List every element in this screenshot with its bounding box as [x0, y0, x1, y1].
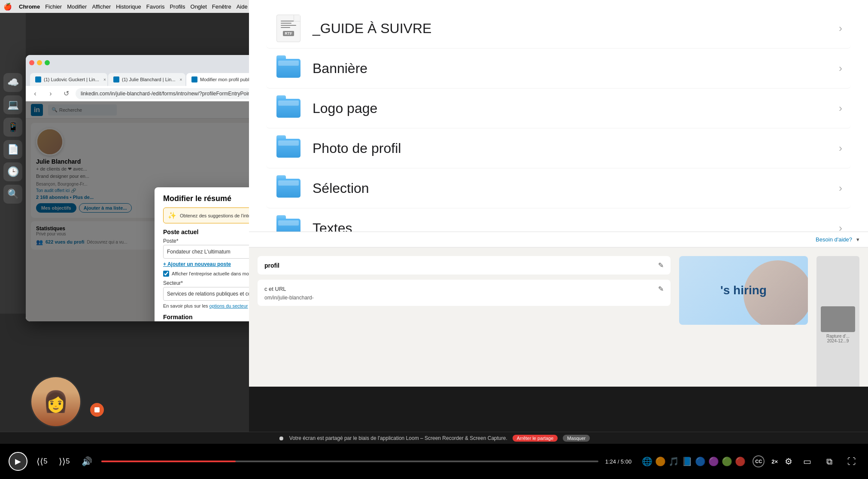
reload-button[interactable]: ↺ [60, 88, 72, 100]
cc-button[interactable]: CC [753, 455, 765, 467]
presenter-face: 👩 [31, 377, 80, 426]
macos-sidebar: ☁️ 💻 📱 📄 🕒 🔍 [0, 13, 26, 314]
presenter-video-thumb: 👩 [30, 376, 82, 427]
finder-row-banniere[interactable]: Bannière › [266, 49, 851, 88]
browser-titlebar [26, 55, 249, 70]
modal-body: Poste actuel Poste* + Ajouter un nouveau… [155, 229, 249, 321]
menu-profils[interactable]: Profils [170, 3, 185, 10]
menu-aide[interactable]: Aide [237, 3, 248, 10]
menu-fichier[interactable]: Fichier [45, 3, 62, 10]
menu-favoris[interactable]: Favoris [146, 3, 165, 10]
maximize-button[interactable] [45, 60, 50, 65]
finder-row-photo[interactable]: Photo de profil › [266, 128, 851, 168]
url-section-card: c et URL ✎ om/in/julie-blanchard- [258, 280, 671, 306]
dock-icon-7[interactable]: 🟢 [722, 456, 732, 467]
tab-close-2[interactable]: × [178, 76, 184, 82]
menu-historique[interactable]: Historique [116, 3, 141, 10]
dock-icon-1[interactable]: 🌐 [642, 456, 653, 467]
poste-checkbox-row: Afficher l'entreprise actuelle dans mon … [163, 271, 249, 277]
secteur-input[interactable] [163, 287, 249, 301]
dock-icon-6[interactable]: 🟣 [708, 456, 719, 467]
finder-row-logo[interactable]: Logo page › [266, 88, 851, 128]
sidebar-item-bureau[interactable]: 💻 [3, 95, 22, 114]
close-button[interactable] [29, 60, 34, 65]
sidebar-item-google[interactable]: 🔍 [3, 185, 22, 204]
progress-fill [101, 461, 236, 462]
pip-button[interactable]: ⧉ [822, 454, 837, 469]
stop-sharing-button[interactable]: Arrêter le partage [513, 435, 558, 442]
tab-favicon-2 [113, 76, 119, 82]
fast-forward-button[interactable]: ⟩⟩5 [57, 454, 72, 469]
show-enterprise-label: Afficher l'entreprise actuelle dans mon … [172, 271, 249, 276]
dock-icon-3[interactable]: 🎵 [668, 456, 679, 467]
finder-item-name-photo: Photo de profil [313, 140, 839, 156]
apple-menu[interactable]: 🍎 [3, 3, 12, 11]
tab-label-3: Modifier mon profil public | [200, 77, 249, 82]
sidebar-item-appli[interactable]: 📱 [3, 118, 22, 137]
finder-item-name-banniere: Bannière [313, 61, 839, 76]
finder-row-selection[interactable]: Sélection › [266, 168, 851, 208]
folder-icon-logo [275, 95, 302, 122]
play-button[interactable]: ▶ [9, 452, 27, 471]
menu-bar: 🍎 Chrome Fichier Modifier Afficher Histo… [0, 0, 249, 13]
fullscreen-button[interactable]: ⛶ [844, 454, 859, 469]
folder-icon-selection [275, 174, 302, 202]
controls-row: ▶ ⟨⟨5 ⟩⟩5 🔊 1:24 / 5:00 🌐 🟠 🎵 📘 🔵 🟣 🟢 🔴 [0, 444, 868, 479]
forward-button[interactable]: › [45, 88, 57, 100]
tab-label-2: (1) Julie Blanchard | Lin... [122, 77, 176, 82]
tab-close-1[interactable]: × [102, 76, 107, 82]
secteur-options-link[interactable]: options du secteur [209, 303, 248, 308]
tab-2[interactable]: (1) Julie Blanchard | Lin... × [108, 73, 185, 86]
sidebar-item-airdrop[interactable]: ☁️ [3, 73, 22, 92]
back-button[interactable]: ‹ [29, 88, 41, 100]
logo-chevron: › [839, 102, 842, 114]
speed-badge[interactable]: 2× [771, 458, 778, 465]
address-bar-row: ‹ › ↺ [26, 86, 249, 101]
dock-icon-8[interactable]: 🔴 [735, 456, 746, 467]
recording-indicator [90, 403, 104, 417]
poste-input[interactable] [163, 245, 249, 259]
screenshot-date: 2024-12...9 [827, 339, 849, 343]
dock-icon-4[interactable]: 📘 [682, 456, 692, 467]
theater-mode-button[interactable]: ▭ [799, 454, 815, 469]
secteur-label: Secteur* [163, 280, 249, 286]
tab-3[interactable]: Modifier mon profil public | × [186, 73, 249, 86]
menu-fenetre[interactable]: Fenêtre [212, 3, 231, 10]
tab-1[interactable]: (1) Ludovic Guckert | Lin... × [30, 73, 107, 86]
show-enterprise-checkbox[interactable] [163, 271, 169, 277]
video-bar: ⏺ Votre écran est partagé par le biais d… [0, 432, 868, 479]
url-edit-icon[interactable]: ✎ [658, 285, 664, 293]
screenshot-label: Rapture d'... [826, 334, 850, 339]
profil-edit-icon[interactable]: ✎ [658, 261, 664, 269]
folder-icon-textes [275, 214, 302, 232]
hide-button[interactable]: Masquer [563, 435, 590, 442]
menu-modifier[interactable]: Modifier [67, 3, 87, 10]
volume-button[interactable]: 🔊 [79, 454, 94, 469]
finder-row-guide[interactable]: RTF _GUIDE À SUIVRE › [266, 9, 851, 49]
help-label[interactable]: Besoin d'aide? [816, 236, 852, 243]
ai-banner[interactable]: ✨ Obtenez des suggestions de l'intellige… [163, 207, 249, 223]
menu-chrome[interactable]: Chrome [19, 3, 40, 10]
time-display: 1:24 / 5:00 [605, 458, 631, 465]
tab-bar: (1) Ludovic Guckert | Lin... × (1) Julie… [26, 70, 249, 86]
address-input[interactable] [76, 88, 249, 99]
finder-row-textes[interactable]: Textes › [266, 208, 851, 232]
menu-afficher[interactable]: Afficher [92, 3, 111, 10]
menu-onglet[interactable]: Onglet [191, 3, 207, 10]
minimize-button[interactable] [37, 60, 42, 65]
url-section-label: c et URL [264, 286, 286, 292]
rewind-button[interactable]: ⟨⟨5 [34, 454, 50, 469]
settings-icon[interactable]: ⚙ [785, 456, 792, 467]
right-screenshot-area: Besoin d'aide? ▾ profil ✎ c et URL ✎ om/… [249, 232, 868, 387]
folder-icon-banniere [275, 55, 302, 82]
tab-favicon-3 [191, 76, 197, 82]
add-poste-link[interactable]: + Ajouter un nouveau poste [163, 261, 249, 267]
sidebar-item-documents[interactable]: 📄 [3, 140, 22, 159]
progress-bar[interactable] [101, 461, 598, 462]
poste-section-title: Poste actuel [163, 229, 249, 235]
sidebar-item-recent[interactable]: 🕒 [3, 162, 22, 181]
dock-icon-2[interactable]: 🟠 [655, 456, 666, 467]
dock-icon-5[interactable]: 🔵 [695, 456, 706, 467]
linkedin-content: in 🔍 Recherche 👤 💼 🏠 🔔 Julie Blanchard +… [26, 101, 249, 321]
ai-banner-text: Obtenez des suggestions de l'intelligenc… [180, 213, 249, 218]
